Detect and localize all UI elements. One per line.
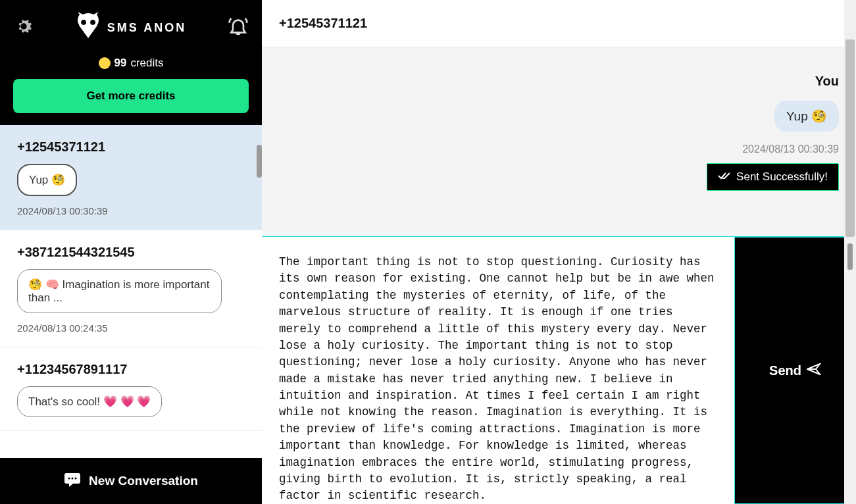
brand: SMS ANON (76, 12, 186, 43)
conversation-item[interactable]: +12545371121Yup 🧐2024/08/13 00:30:39 (0, 125, 262, 230)
sidebar-header: SMS ANON (0, 0, 262, 50)
chat-icon (64, 472, 81, 490)
page-scrollbar[interactable] (844, 0, 856, 504)
message-timestamp: 2024/08/13 00:30:39 (742, 143, 839, 155)
check-icon (718, 170, 731, 184)
bell-icon[interactable] (228, 16, 249, 39)
compose-row: Send (262, 236, 856, 504)
chat-header: +12545371121 (262, 0, 856, 47)
new-conversation-button[interactable]: New Conversation (0, 458, 262, 504)
message-bubble: Yup 🧐 (774, 101, 839, 132)
svg-point-3 (68, 478, 70, 480)
conversation-item[interactable]: +387121544321545🧐 🧠 Imagination is more … (0, 230, 262, 347)
conversation-preview: 🧐 🧠 Imagination is more important than .… (17, 269, 222, 313)
credits-label: credits (130, 57, 163, 70)
get-credits-button[interactable]: Get more credits (13, 79, 249, 113)
gear-icon[interactable] (13, 16, 34, 39)
page-scrollbar-handle[interactable] (847, 243, 853, 270)
conversation-number: +11234567891117 (17, 362, 245, 377)
page-scrollbar-thumb[interactable] (845, 39, 855, 237)
coin-icon (99, 57, 111, 69)
svg-point-4 (72, 478, 74, 480)
send-button[interactable]: Send (734, 237, 856, 504)
status-text: Sent Successfully! (736, 170, 828, 184)
conversation-list[interactable]: +12545371121Yup 🧐2024/08/13 00:30:39+387… (0, 125, 262, 458)
conversation-preview: Yup 🧐 (17, 164, 77, 196)
conversation-number: +387121544321545 (17, 245, 245, 260)
message-block: You Yup 🧐 2024/08/13 00:30:39 Sent Succe… (279, 74, 839, 191)
svg-point-0 (82, 20, 85, 22)
send-icon (807, 363, 821, 378)
conversation-preview: That's so cool! 💗 💗 💗 (17, 386, 162, 417)
send-label: Send (769, 363, 801, 378)
main-panel: +12545371121 You Yup 🧐 2024/08/13 00:30:… (262, 0, 856, 504)
compose-input[interactable] (262, 237, 734, 504)
conversation-item[interactable]: +11234567891117That's so cool! 💗 💗 💗 (0, 347, 262, 431)
conversation-time: 2024/08/13 00:24:35 (17, 322, 245, 334)
credits-display: 99 credits (0, 50, 262, 70)
message-sender: You (815, 74, 839, 89)
conversation-time: 2024/08/13 00:30:39 (17, 205, 245, 216)
credits-amount: 99 (114, 57, 127, 70)
sidebar-scrollbar-thumb[interactable] (257, 145, 262, 178)
messages-area[interactable]: You Yup 🧐 2024/08/13 00:30:39 Sent Succe… (262, 47, 856, 236)
brand-text: SMS ANON (107, 21, 186, 35)
owl-icon (76, 12, 101, 43)
sidebar: SMS ANON 99 credits Get more credits +12… (0, 0, 262, 504)
status-badge: Sent Successfully! (707, 163, 839, 191)
conversation-number: +12545371121 (17, 139, 245, 155)
new-conversation-label: New Conversation (89, 474, 198, 488)
svg-point-5 (75, 478, 77, 480)
svg-point-1 (91, 20, 94, 22)
